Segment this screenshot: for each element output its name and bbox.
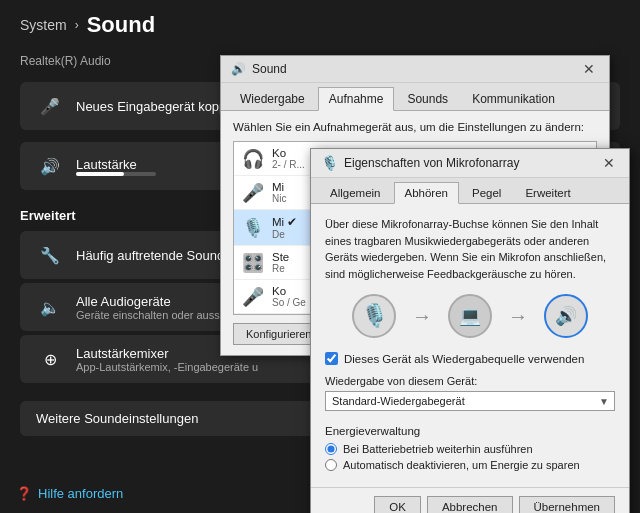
volume-track — [76, 172, 156, 176]
sound-dialog-body-text: Wählen Sie ein Aufnahmegerät aus, um die… — [233, 121, 597, 133]
props-body: Über diese Mikrofonarray-Buchse können S… — [311, 204, 629, 487]
sound-dialog-titlebar: 🔊 Sound ✕ — [221, 56, 609, 83]
tab-wiedergabe[interactable]: Wiedergabe — [229, 87, 316, 110]
wrench-icon: 🔧 — [36, 241, 64, 269]
page-title: Sound — [87, 12, 155, 38]
volume-row: Lautstärke — [76, 157, 156, 176]
stereo-icon: 🎛️ — [242, 252, 264, 274]
dev-info-1: Ko 2- / R... — [272, 147, 305, 170]
dev-info-2: Mi Nic — [272, 181, 286, 204]
sound-dialog-icon: 🔊 — [231, 62, 246, 76]
mic-icon-2: 🎤 — [242, 182, 264, 204]
sound-dialog-tabs: Wiedergabe Aufnahme Sounds Kommunikation — [221, 83, 609, 111]
props-icons-row: 🎙️ → 💻 → 🔊 — [325, 294, 615, 338]
audio-icon: 🔈 — [36, 293, 64, 321]
dev-info-4: Ste Re — [272, 251, 289, 274]
props-tabs: Allgemein Abhören Pegel Erweitert — [311, 178, 629, 204]
system-label[interactable]: System — [20, 17, 67, 33]
tab-abhoeren[interactable]: Abhören — [394, 182, 459, 204]
help-label: Hilfe anfordern — [38, 486, 123, 501]
props-icon: 🎙️ — [321, 155, 338, 171]
breadcrumb-chevron: › — [75, 18, 79, 32]
tab-sounds[interactable]: Sounds — [396, 87, 459, 110]
settings-header: System › Sound — [0, 0, 640, 50]
battery-label[interactable]: Bei Batteriebetrieb weiterhin ausführen — [343, 443, 533, 455]
checkbox-row: Dieses Gerät als Wiedergabequelle verwen… — [325, 352, 615, 365]
mic-icon-5: 🎤 — [242, 286, 264, 308]
arrow-icon: → — [412, 305, 432, 328]
volume-bar — [76, 172, 156, 176]
dev-info-3: Mi ✔ De — [272, 215, 297, 240]
mixer-icon: ⊕ — [36, 345, 64, 373]
tab-erweitert[interactable]: Erweitert — [514, 182, 581, 203]
dev-info-5: Ko So / Ge — [272, 285, 306, 308]
mic-icon-3: 🎙️ — [242, 217, 264, 239]
item-left: 🔊 Lautstärke — [36, 152, 156, 180]
title-left: 🔊 Sound — [231, 62, 287, 76]
tab-pegel[interactable]: Pegel — [461, 182, 512, 203]
energy-section: Energieverwaltung Bei Batteriebetrieb we… — [325, 425, 615, 471]
tab-allgemein[interactable]: Allgemein — [319, 182, 392, 203]
sound-dialog-title: Sound — [252, 62, 287, 76]
intermediate-icon: 💻 — [448, 294, 492, 338]
props-footer: OK Abbrechen Übernehmen — [311, 487, 629, 513]
props-title: Eigenschaften von Mikrofonarray — [344, 156, 519, 170]
playback-select-wrapper: Standard-Wiedergabegerät ▼ — [325, 391, 615, 411]
props-titlebar: 🎙️ Eigenschaften von Mikrofonarray ✕ — [311, 149, 629, 178]
playback-select[interactable]: Standard-Wiedergabegerät — [325, 391, 615, 411]
arrow-icon-2: → — [508, 305, 528, 328]
item-left: 🎤 Neues Eingabegerät koppeln — [36, 92, 244, 120]
ok-button[interactable]: OK — [374, 496, 421, 513]
props-dialog: 🎙️ Eigenschaften von Mikrofonarray ✕ All… — [310, 148, 630, 513]
question-icon: ❓ — [16, 486, 32, 501]
radio-battery: Bei Batteriebetrieb weiterhin ausführen — [325, 443, 615, 455]
headphone-icon: 🎧 — [242, 148, 264, 170]
radio-auto: Automatisch deaktivieren, um Energie zu … — [325, 459, 615, 471]
tab-aufnahme[interactable]: Aufnahme — [318, 87, 395, 111]
props-description: Über diese Mikrofonarray-Buchse können S… — [325, 216, 615, 282]
use-source-checkbox[interactable] — [325, 352, 338, 365]
output-device-icon: 🔊 — [544, 294, 588, 338]
volume-fill — [76, 172, 124, 176]
mic-icon: 🎤 — [36, 92, 64, 120]
volume-icon: 🔊 — [36, 152, 64, 180]
auto-label[interactable]: Automatisch deaktivieren, um Energie zu … — [343, 459, 580, 471]
help-footer[interactable]: ❓ Hilfe anfordern — [16, 486, 123, 501]
playback-label: Wiedergabe von diesem Gerät: — [325, 375, 615, 387]
source-device-icon: 🎙️ — [352, 294, 396, 338]
sound-dialog-close-button[interactable]: ✕ — [579, 62, 599, 76]
props-title-left: 🎙️ Eigenschaften von Mikrofonarray — [321, 155, 519, 171]
tab-kommunikation[interactable]: Kommunikation — [461, 87, 566, 110]
energy-title: Energieverwaltung — [325, 425, 615, 437]
use-source-label[interactable]: Dieses Gerät als Wiedergabequelle verwen… — [344, 353, 584, 365]
auto-radio[interactable] — [325, 459, 337, 471]
battery-radio[interactable] — [325, 443, 337, 455]
abbrechen-button[interactable]: Abbrechen — [427, 496, 513, 513]
uebernehmen-button[interactable]: Übernehmen — [519, 496, 615, 513]
props-dialog-close-button[interactable]: ✕ — [599, 156, 619, 170]
